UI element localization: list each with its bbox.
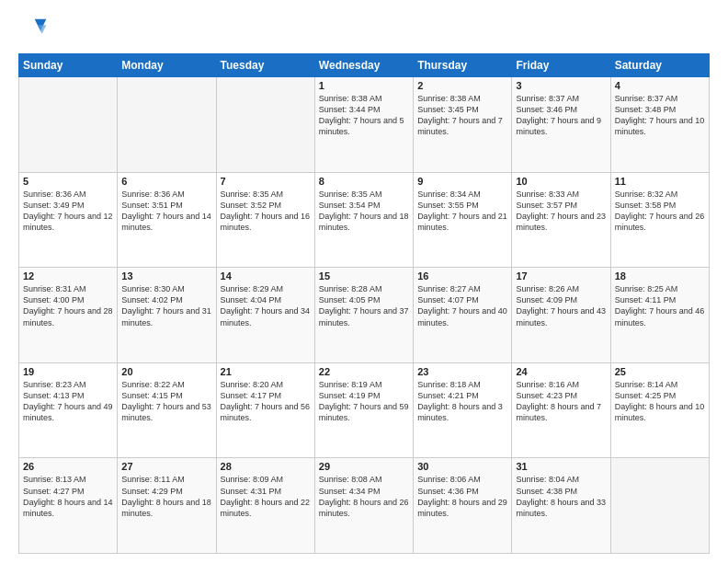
day-number: 9 <box>417 176 507 187</box>
calendar-cell: 6Sunrise: 8:36 AM Sunset: 3:51 PM Daylig… <box>118 172 216 268</box>
day-info: Sunrise: 8:30 AM Sunset: 4:02 PM Dayligh… <box>121 283 211 328</box>
calendar-cell: 21Sunrise: 8:20 AM Sunset: 4:17 PM Dayli… <box>216 362 314 458</box>
day-number: 26 <box>23 461 113 472</box>
page: SundayMondayTuesdayWednesdayThursdayFrid… <box>0 0 728 563</box>
calendar-cell: 18Sunrise: 8:25 AM Sunset: 4:11 PM Dayli… <box>610 268 709 363</box>
day-info: Sunrise: 8:35 AM Sunset: 3:52 PM Dayligh… <box>221 189 311 234</box>
day-info: Sunrise: 8:28 AM Sunset: 4:05 PM Dayligh… <box>319 283 409 328</box>
day-info: Sunrise: 8:29 AM Sunset: 4:04 PM Dayligh… <box>221 283 311 328</box>
day-info: Sunrise: 8:23 AM Sunset: 4:13 PM Dayligh… <box>23 379 113 424</box>
calendar-week-row: 1Sunrise: 8:38 AM Sunset: 3:44 PM Daylig… <box>19 77 710 173</box>
day-info: Sunrise: 8:35 AM Sunset: 3:54 PM Dayligh… <box>319 189 409 234</box>
day-number: 2 <box>417 80 507 91</box>
day-number: 13 <box>121 270 211 282</box>
calendar-cell: 31Sunrise: 8:04 AM Sunset: 4:38 PM Dayli… <box>512 458 610 554</box>
day-number: 31 <box>516 461 606 472</box>
calendar-cell: 10Sunrise: 8:33 AM Sunset: 3:57 PM Dayli… <box>512 172 610 268</box>
day-number: 14 <box>221 270 311 282</box>
calendar-week-row: 12Sunrise: 8:31 AM Sunset: 4:00 PM Dayli… <box>19 268 710 363</box>
calendar-cell: 28Sunrise: 8:09 AM Sunset: 4:31 PM Dayli… <box>216 458 314 554</box>
day-number: 7 <box>221 176 311 187</box>
day-info: Sunrise: 8:16 AM Sunset: 4:23 PM Dayligh… <box>516 379 606 424</box>
day-number: 20 <box>121 366 211 377</box>
calendar-cell: 16Sunrise: 8:27 AM Sunset: 4:07 PM Dayli… <box>414 268 512 363</box>
day-number: 16 <box>417 270 507 282</box>
day-info: Sunrise: 8:31 AM Sunset: 4:00 PM Dayligh… <box>23 283 113 328</box>
calendar-cell: 8Sunrise: 8:35 AM Sunset: 3:54 PM Daylig… <box>314 172 413 268</box>
calendar-cell <box>19 77 118 173</box>
calendar-cell: 1Sunrise: 8:38 AM Sunset: 3:44 PM Daylig… <box>314 77 413 173</box>
day-number: 15 <box>319 270 409 282</box>
day-info: Sunrise: 8:08 AM Sunset: 4:34 PM Dayligh… <box>319 474 409 519</box>
day-info: Sunrise: 8:34 AM Sunset: 3:55 PM Dayligh… <box>417 189 507 234</box>
day-info: Sunrise: 8:38 AM Sunset: 3:45 PM Dayligh… <box>417 93 507 138</box>
header <box>18 15 710 44</box>
calendar-cell: 24Sunrise: 8:16 AM Sunset: 4:23 PM Dayli… <box>512 362 610 458</box>
day-number: 25 <box>615 366 705 377</box>
calendar-cell: 25Sunrise: 8:14 AM Sunset: 4:25 PM Dayli… <box>610 362 709 458</box>
day-number: 19 <box>23 366 113 377</box>
day-info: Sunrise: 8:37 AM Sunset: 3:46 PM Dayligh… <box>516 93 606 138</box>
day-number: 18 <box>615 270 705 282</box>
day-info: Sunrise: 8:38 AM Sunset: 3:44 PM Dayligh… <box>319 93 409 138</box>
logo-icon <box>18 15 48 44</box>
calendar-cell: 7Sunrise: 8:35 AM Sunset: 3:52 PM Daylig… <box>216 172 314 268</box>
calendar-week-row: 26Sunrise: 8:13 AM Sunset: 4:27 PM Dayli… <box>19 458 710 554</box>
calendar-header-monday: Monday <box>118 54 216 77</box>
calendar-header-friday: Friday <box>512 54 610 77</box>
calendar-cell: 29Sunrise: 8:08 AM Sunset: 4:34 PM Dayli… <box>314 458 413 554</box>
day-info: Sunrise: 8:33 AM Sunset: 3:57 PM Dayligh… <box>516 189 606 234</box>
calendar-header-row: SundayMondayTuesdayWednesdayThursdayFrid… <box>19 54 710 77</box>
calendar-cell: 23Sunrise: 8:18 AM Sunset: 4:21 PM Dayli… <box>414 362 512 458</box>
calendar-cell: 3Sunrise: 8:37 AM Sunset: 3:46 PM Daylig… <box>512 77 610 173</box>
day-number: 24 <box>516 366 606 377</box>
day-number: 6 <box>121 176 211 187</box>
day-number: 17 <box>516 270 606 282</box>
calendar-cell: 26Sunrise: 8:13 AM Sunset: 4:27 PM Dayli… <box>19 458 118 554</box>
day-info: Sunrise: 8:13 AM Sunset: 4:27 PM Dayligh… <box>23 474 113 519</box>
calendar-cell: 22Sunrise: 8:19 AM Sunset: 4:19 PM Dayli… <box>314 362 413 458</box>
calendar-cell: 17Sunrise: 8:26 AM Sunset: 4:09 PM Dayli… <box>512 268 610 363</box>
day-number: 27 <box>121 461 211 472</box>
day-number: 3 <box>516 80 606 91</box>
calendar-cell: 12Sunrise: 8:31 AM Sunset: 4:00 PM Dayli… <box>19 268 118 363</box>
day-info: Sunrise: 8:19 AM Sunset: 4:19 PM Dayligh… <box>319 379 409 424</box>
day-info: Sunrise: 8:04 AM Sunset: 4:38 PM Dayligh… <box>516 474 606 519</box>
calendar-cell: 2Sunrise: 8:38 AM Sunset: 3:45 PM Daylig… <box>414 77 512 173</box>
calendar-cell: 9Sunrise: 8:34 AM Sunset: 3:55 PM Daylig… <box>414 172 512 268</box>
calendar-week-row: 5Sunrise: 8:36 AM Sunset: 3:49 PM Daylig… <box>19 172 710 268</box>
calendar-cell <box>216 77 314 173</box>
day-number: 28 <box>221 461 311 472</box>
calendar-cell: 4Sunrise: 8:37 AM Sunset: 3:48 PM Daylig… <box>610 77 709 173</box>
day-info: Sunrise: 8:06 AM Sunset: 4:36 PM Dayligh… <box>417 474 507 519</box>
calendar-header-tuesday: Tuesday <box>216 54 314 77</box>
day-number: 8 <box>319 176 409 187</box>
day-info: Sunrise: 8:25 AM Sunset: 4:11 PM Dayligh… <box>615 283 705 328</box>
logo <box>18 15 51 44</box>
calendar-cell <box>118 77 216 173</box>
day-number: 12 <box>23 270 113 282</box>
day-number: 4 <box>615 80 705 91</box>
calendar-header-wednesday: Wednesday <box>314 54 413 77</box>
day-number: 5 <box>23 176 113 187</box>
day-info: Sunrise: 8:26 AM Sunset: 4:09 PM Dayligh… <box>516 283 606 328</box>
calendar-header-saturday: Saturday <box>610 54 709 77</box>
day-info: Sunrise: 8:20 AM Sunset: 4:17 PM Dayligh… <box>221 379 311 424</box>
calendar-cell: 20Sunrise: 8:22 AM Sunset: 4:15 PM Dayli… <box>118 362 216 458</box>
day-number: 29 <box>319 461 409 472</box>
day-info: Sunrise: 8:11 AM Sunset: 4:29 PM Dayligh… <box>121 474 211 519</box>
day-info: Sunrise: 8:18 AM Sunset: 4:21 PM Dayligh… <box>417 379 507 424</box>
day-info: Sunrise: 8:37 AM Sunset: 3:48 PM Dayligh… <box>615 93 705 138</box>
svg-marker-1 <box>38 25 47 34</box>
calendar-cell: 14Sunrise: 8:29 AM Sunset: 4:04 PM Dayli… <box>216 268 314 363</box>
day-number: 10 <box>516 176 606 187</box>
calendar-cell: 30Sunrise: 8:06 AM Sunset: 4:36 PM Dayli… <box>414 458 512 554</box>
calendar-week-row: 19Sunrise: 8:23 AM Sunset: 4:13 PM Dayli… <box>19 362 710 458</box>
calendar-table: SundayMondayTuesdayWednesdayThursdayFrid… <box>18 53 710 554</box>
calendar-cell: 13Sunrise: 8:30 AM Sunset: 4:02 PM Dayli… <box>118 268 216 363</box>
day-info: Sunrise: 8:32 AM Sunset: 3:58 PM Dayligh… <box>615 189 705 234</box>
day-number: 30 <box>417 461 507 472</box>
day-info: Sunrise: 8:36 AM Sunset: 3:49 PM Dayligh… <box>23 189 113 234</box>
day-number: 22 <box>319 366 409 377</box>
day-number: 23 <box>417 366 507 377</box>
